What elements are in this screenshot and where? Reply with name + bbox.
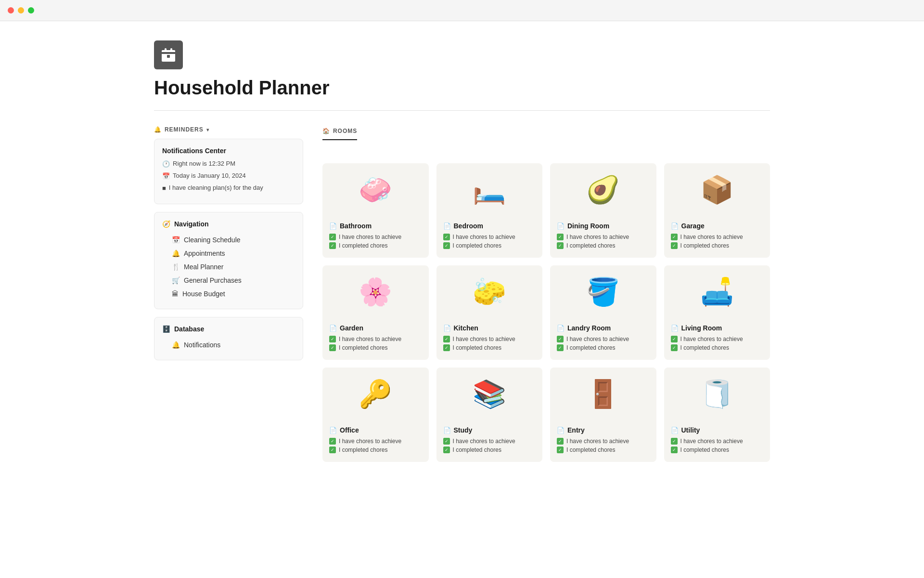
chore-complete-checkbox[interactable]: ✓	[671, 447, 678, 453]
sidebar-item-meal-planner[interactable]: 🍴 Meal Planner	[162, 261, 295, 273]
room-emoji: 🔑	[322, 368, 429, 420]
db-header: 🗄️ Database	[162, 325, 295, 333]
room-completed-chores: ✓ I completed chores	[443, 242, 536, 249]
page-title: Household Planner	[154, 77, 770, 99]
room-emoji: 🚪	[550, 368, 656, 420]
chore-complete-checkbox[interactable]: ✓	[329, 447, 336, 453]
room-completed-chores: ✓ I completed chores	[671, 242, 764, 249]
chore-complete-checkbox[interactable]: ✓	[671, 242, 678, 249]
sidebar-item-house-budget[interactable]: 🏛 House Budget	[162, 288, 295, 300]
room-chores-to-achieve: ✓ I have chores to achieve	[671, 438, 764, 445]
room-info: 📄 Kitchen ✓ I have chores to achieve ✓ I…	[436, 318, 543, 360]
reminders-label: 🔔 REMINDERS ▾	[154, 126, 303, 133]
room-emoji: 🥑	[550, 163, 656, 216]
room-completed-chores: ✓ I completed chores	[557, 242, 650, 249]
room-chores-to-achieve: ✓ I have chores to achieve	[329, 234, 422, 240]
sidebar: 🔔 REMINDERS ▾ Notifications Center 🕐 Rig…	[154, 126, 303, 462]
room-name: 📄 Living Room	[671, 324, 764, 332]
room-card-study[interactable]: 📚 📄 Study ✓ I have chores to achieve ✓ I…	[436, 368, 543, 462]
minimize-button[interactable]	[18, 7, 24, 13]
chore-achieve-checkbox[interactable]: ✓	[557, 336, 564, 342]
room-card-entry[interactable]: 🚪 📄 Entry ✓ I have chores to achieve ✓ I…	[550, 368, 656, 462]
main-area: 🏠 ROOMS 🧼 📄 Bathroom ✓ I have chores to …	[322, 126, 770, 462]
chore-complete-checkbox[interactable]: ✓	[329, 344, 336, 351]
room-info: 📄 Living Room ✓ I have chores to achieve…	[664, 318, 770, 360]
chore-achieve-checkbox[interactable]: ✓	[557, 234, 564, 240]
room-completed-chores: ✓ I completed chores	[671, 344, 764, 351]
chore-achieve-checkbox[interactable]: ✓	[671, 336, 678, 342]
chore-achieve-checkbox[interactable]: ✓	[329, 336, 336, 342]
room-chores-to-achieve: ✓ I have chores to achieve	[557, 234, 650, 240]
bell-nav-icon: 🔔	[172, 250, 180, 257]
room-card-dining-room[interactable]: 🥑 📄 Dining Room ✓ I have chores to achie…	[550, 163, 656, 258]
sidebar-item-general-purchases[interactable]: 🛒 General Purchases	[162, 274, 295, 287]
chore-complete-checkbox[interactable]: ✓	[443, 242, 450, 249]
room-completed-chores: ✓ I completed chores	[557, 344, 650, 351]
sidebar-item-notifications[interactable]: 🔔 Notifications	[162, 339, 295, 351]
room-name: 📄 Kitchen	[443, 324, 536, 332]
room-emoji: 🪣	[550, 265, 656, 318]
chore-complete-checkbox[interactable]: ✓	[443, 447, 450, 453]
room-name: 📄 Study	[443, 426, 536, 434]
nav-compass-icon: 🧭	[162, 220, 170, 228]
room-emoji: 🌸	[322, 265, 429, 318]
room-card-kitchen[interactable]: 🧽 📄 Kitchen ✓ I have chores to achieve ✓…	[436, 265, 543, 360]
room-page-icon: 📄	[443, 325, 451, 332]
titlebar	[0, 0, 924, 21]
room-info: 📄 Garage ✓ I have chores to achieve ✓ I …	[664, 216, 770, 258]
room-emoji: 🛋️	[664, 265, 770, 318]
notif-time: 🕐 Right now is 12:32 PM	[162, 159, 295, 169]
rooms-label: 🏠 ROOMS	[322, 128, 357, 140]
chore-achieve-checkbox[interactable]: ✓	[329, 234, 336, 240]
chore-achieve-checkbox[interactable]: ✓	[557, 438, 564, 445]
close-button[interactable]	[8, 7, 14, 13]
room-card-bedroom[interactable]: 🛏️ 📄 Bedroom ✓ I have chores to achieve …	[436, 163, 543, 258]
room-card-landry-room[interactable]: 🪣 📄 Landry Room ✓ I have chores to achie…	[550, 265, 656, 360]
page-divider	[154, 110, 770, 111]
chore-achieve-checkbox[interactable]: ✓	[443, 234, 450, 240]
chore-complete-checkbox[interactable]: ✓	[557, 344, 564, 351]
room-card-office[interactable]: 🔑 📄 Office ✓ I have chores to achieve ✓ …	[322, 368, 429, 462]
maximize-button[interactable]	[28, 7, 34, 13]
room-info: 📄 Utility ✓ I have chores to achieve ✓ I…	[664, 420, 770, 462]
chore-complete-checkbox[interactable]: ✓	[671, 344, 678, 351]
notifications-center-title: Notifications Center	[162, 147, 295, 155]
sidebar-item-appointments[interactable]: 🔔 Appointments	[162, 247, 295, 260]
room-page-icon: 📄	[329, 223, 337, 230]
svg-rect-2	[165, 48, 167, 52]
room-card-bathroom[interactable]: 🧼 📄 Bathroom ✓ I have chores to achieve …	[322, 163, 429, 258]
bank-nav-icon: 🏛	[172, 290, 179, 298]
room-emoji: 🧼	[322, 163, 429, 216]
chore-complete-checkbox[interactable]: ✓	[443, 344, 450, 351]
room-page-icon: 📄	[671, 223, 679, 230]
chore-achieve-checkbox[interactable]: ✓	[443, 438, 450, 445]
room-info: 📄 Dining Room ✓ I have chores to achieve…	[550, 216, 656, 258]
room-completed-chores: ✓ I completed chores	[329, 344, 422, 351]
svg-rect-1	[162, 52, 175, 54]
room-info: 📄 Landry Room ✓ I have chores to achieve…	[550, 318, 656, 360]
room-chores-to-achieve: ✓ I have chores to achieve	[671, 234, 764, 240]
chore-complete-checkbox[interactable]: ✓	[557, 242, 564, 249]
sidebar-item-cleaning-schedule[interactable]: 📅 Cleaning Schedule	[162, 234, 295, 246]
room-card-garage[interactable]: 📦 📄 Garage ✓ I have chores to achieve ✓ …	[664, 163, 770, 258]
room-emoji: 📦	[664, 163, 770, 216]
room-completed-chores: ✓ I completed chores	[443, 447, 536, 453]
room-emoji: 📚	[436, 368, 543, 420]
room-card-living-room[interactable]: 🛋️ 📄 Living Room ✓ I have chores to achi…	[664, 265, 770, 360]
chore-complete-checkbox[interactable]: ✓	[557, 447, 564, 453]
room-name: 📄 Bathroom	[329, 222, 422, 230]
chore-achieve-checkbox[interactable]: ✓	[671, 234, 678, 240]
rooms-grid: 🧼 📄 Bathroom ✓ I have chores to achieve …	[322, 163, 770, 462]
chore-complete-checkbox[interactable]: ✓	[329, 242, 336, 249]
chore-achieve-checkbox[interactable]: ✓	[443, 336, 450, 342]
chevron-down-icon: ▾	[206, 127, 209, 132]
room-card-garden[interactable]: 🌸 📄 Garden ✓ I have chores to achieve ✓ …	[322, 265, 429, 360]
room-chores-to-achieve: ✓ I have chores to achieve	[443, 234, 536, 240]
room-page-icon: 📄	[329, 325, 337, 332]
chore-achieve-checkbox[interactable]: ✓	[671, 438, 678, 445]
room-card-utility[interactable]: 🧻 📄 Utility ✓ I have chores to achieve ✓…	[664, 368, 770, 462]
chore-achieve-checkbox[interactable]: ✓	[329, 438, 336, 445]
room-chores-to-achieve: ✓ I have chores to achieve	[329, 438, 422, 445]
room-chores-to-achieve: ✓ I have chores to achieve	[671, 336, 764, 342]
room-page-icon: 📄	[443, 223, 451, 230]
